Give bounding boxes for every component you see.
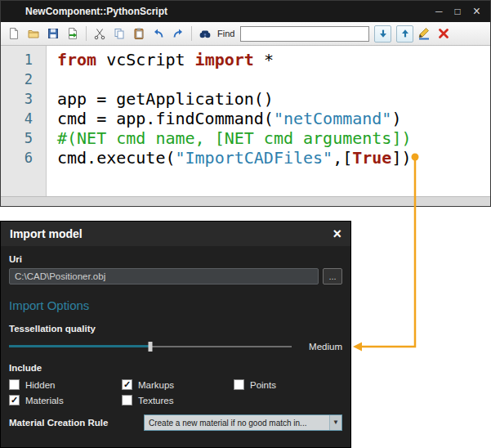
toolbar-separator	[191, 26, 192, 41]
window-title: NewComponent::PythonScript	[1, 6, 435, 17]
code-token: ,[	[333, 148, 352, 168]
close-icon[interactable]: ×	[333, 227, 341, 240]
find-prev-button[interactable]	[396, 25, 413, 43]
checkbox-box[interactable]: ✓	[122, 379, 132, 390]
line-number: 6	[1, 148, 46, 168]
checkbox-box[interactable]	[122, 395, 132, 405]
code-line: #(NET cmd name, [NET cmd arguments])	[57, 128, 490, 148]
checkbox-label: Materials	[25, 396, 64, 405]
export-icon[interactable]	[64, 25, 82, 43]
dialog-body: Uri ... Import Options Tessellation qual…	[1, 254, 350, 431]
checkbox-label: Markups	[138, 380, 174, 390]
save-icon[interactable]	[44, 25, 62, 43]
checkbox-textures[interactable]: Textures	[122, 395, 234, 405]
code-token: *	[254, 50, 274, 69]
include-checkbox-grid: Hidden ✓ Markups Points ✓ Materials Text…	[9, 379, 342, 405]
find-icon[interactable]	[196, 25, 214, 43]
close-button[interactable]: ×	[473, 7, 480, 16]
code-token: )	[391, 109, 401, 128]
line-number: 4	[1, 109, 46, 128]
minimize-button[interactable]: ─	[435, 6, 443, 17]
checkbox-hidden[interactable]: Hidden	[9, 379, 122, 390]
browse-button[interactable]: ...	[323, 268, 342, 284]
new-icon[interactable]	[5, 25, 23, 43]
material-rule-row: Material Creation Rule Create a new mate…	[9, 414, 342, 431]
maximize-button[interactable]: □	[454, 6, 460, 17]
uri-input[interactable]	[9, 268, 319, 284]
find-next-button[interactable]	[374, 25, 391, 43]
checkbox-label: Textures	[138, 396, 173, 405]
code-line: app = getApplication()	[57, 89, 490, 109]
code-line: from vcScript import *	[57, 50, 490, 69]
checkbox-points[interactable]: Points	[234, 379, 342, 390]
code-token: app = getApplication()	[57, 89, 274, 109]
find-input[interactable]	[240, 26, 369, 42]
toolbar-separator	[86, 26, 87, 41]
code-editor[interactable]: 1 2 3 4 5 6 from vcScript import * app =…	[1, 46, 490, 196]
line-number-gutter: 1 2 3 4 5 6	[1, 46, 47, 196]
line-number: 1	[1, 50, 46, 69]
editor-toolbar: Find	[1, 22, 490, 46]
code-token: #(NET cmd name, [NET cmd arguments])	[57, 128, 411, 148]
code-line: cmd.execute("ImportCADFiles",[True])	[57, 148, 490, 168]
copy-icon[interactable]	[110, 25, 128, 43]
line-number: 3	[1, 89, 46, 109]
code-token: ])	[391, 148, 411, 168]
code-token: cmd = app.findCommand(	[57, 109, 274, 128]
material-rule-dropdown[interactable]: Create a new material if no good match i…	[144, 414, 342, 431]
tessellation-slider[interactable]	[9, 341, 292, 352]
tessellation-label: Tessellation quality	[9, 324, 342, 334]
editor-titlebar[interactable]: NewComponent::PythonScript ─ □ ×	[1, 1, 490, 22]
slider-thumb[interactable]	[149, 342, 153, 352]
dialog-title: Import model	[10, 227, 333, 240]
import-options-heading: Import Options	[9, 298, 342, 312]
checkbox-label: Points	[250, 380, 276, 390]
tessellation-slider-row: Medium	[9, 341, 342, 352]
line-number: 5	[1, 128, 46, 148]
import-model-dialog: Import model × Uri ... Import Options Te…	[0, 221, 351, 448]
open-icon[interactable]	[25, 25, 42, 43]
dialog-titlebar[interactable]: Import model ×	[1, 222, 350, 246]
chevron-down-icon: ▼	[329, 415, 341, 430]
code-text-column[interactable]: from vcScript import * app = getApplicat…	[47, 46, 490, 196]
dropdown-value: Create a new material if no good match i…	[145, 419, 329, 428]
checkbox-box[interactable]	[234, 379, 244, 390]
code-token: import	[195, 50, 254, 69]
line-number: 2	[1, 69, 46, 89]
code-line: cmd = app.findCommand("netCommand")	[57, 109, 490, 128]
clear-icon[interactable]	[435, 25, 453, 43]
code-token: "ImportCADFiles"	[176, 148, 333, 168]
code-token: vcScript	[96, 50, 194, 69]
cut-icon[interactable]	[91, 25, 109, 43]
include-label: Include	[9, 363, 342, 373]
uri-label: Uri	[9, 254, 342, 264]
redo-icon[interactable]	[169, 25, 187, 43]
checkbox-markups[interactable]: ✓ Markups	[122, 379, 234, 390]
code-token: from	[57, 50, 96, 69]
code-token: True	[352, 148, 391, 168]
editor-status-strip	[1, 196, 490, 206]
code-token: cmd.execute(	[57, 148, 176, 168]
find-label: Find	[217, 29, 234, 38]
paste-icon[interactable]	[130, 25, 148, 43]
highlighter-icon[interactable]	[415, 25, 433, 43]
python-script-editor-window: NewComponent::PythonScript ─ □ ×	[0, 0, 491, 207]
slider-fill	[9, 345, 150, 347]
checkbox-box[interactable]	[9, 379, 20, 390]
checkbox-label: Hidden	[25, 380, 55, 390]
checkbox-materials[interactable]: ✓ Materials	[9, 395, 122, 405]
undo-icon[interactable]	[150, 25, 167, 43]
window-controls: ─ □ ×	[435, 6, 490, 17]
tessellation-value: Medium	[292, 342, 342, 352]
material-rule-label: Material Creation Rule	[9, 418, 144, 428]
code-line	[57, 69, 490, 89]
checkbox-box[interactable]: ✓	[9, 395, 20, 405]
code-token: "netCommand"	[274, 109, 392, 128]
uri-row: ...	[9, 268, 342, 284]
